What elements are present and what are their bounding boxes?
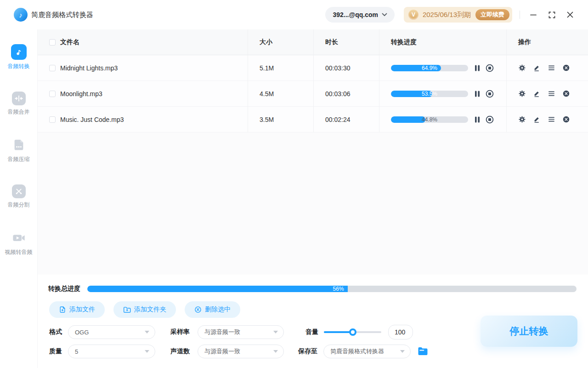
file-size: 5.1M [248,55,314,81]
details-icon[interactable] [548,64,555,72]
sample-rate-select[interactable]: 与源音频一致 [198,325,284,339]
account-email: 392...@qq.com [333,11,378,18]
sidebar-item-audio-split[interactable]: 音频分割 [8,184,30,209]
col-header-name: 文件名 [60,38,79,46]
divider [520,11,520,19]
renew-button[interactable]: 立即续费 [475,9,509,20]
chevron-down-icon [382,13,387,17]
stop-conversion-button[interactable]: 停止转换 [481,316,577,347]
total-progress-row: 转换总进度 56% [48,285,577,293]
remove-icon[interactable] [562,64,570,72]
quality-select[interactable]: 5 [68,345,155,358]
file-size: 4.5M [248,81,314,107]
audio-split-icon [12,184,26,198]
app-logo-icon: ♪ [14,8,28,22]
col-header-actions: 操作 [507,29,588,55]
file-plus-icon [59,306,66,313]
total-progress-bar: 56% [87,286,577,292]
stop-row-button[interactable] [486,115,494,124]
progress-value: 53.5% [391,91,468,97]
total-progress-label: 转换总进度 [48,285,80,293]
edit-icon[interactable] [533,64,541,72]
channels-select[interactable]: 与源音频一致 [198,345,284,358]
select-all-checkbox[interactable] [49,39,56,46]
file-list-area: 文件名 大小 时长 转换进度 操作 Midnight Lights.mp3 5.… [38,29,588,275]
account-menu[interactable]: 392...@qq.com [325,7,394,23]
edit-icon[interactable] [533,115,541,123]
title-bar: ♪ 简鹿音频格式转换器 392...@qq.com V 2025/06/13到期… [0,0,588,29]
vip-expiry: 2025/06/13到期 [423,11,471,19]
stop-row-button[interactable] [486,90,494,98]
details-icon[interactable] [548,115,555,123]
file-name: Midnight Lights.mp3 [60,64,118,72]
volume-slider[interactable] [324,328,381,336]
file-name: Moonlight.mp3 [60,90,102,98]
table-row: Music. Just Code.mp3 3.5M 00:02:24 44.8% [38,107,588,132]
x-circle-icon [194,306,202,313]
dropdown-arrow-icon [145,350,149,353]
sidebar-item-label: 音频压缩 [8,155,30,163]
row-checkbox[interactable] [49,116,56,123]
pause-button[interactable] [475,116,480,123]
row-checkbox[interactable] [49,65,56,71]
minimize-button[interactable] [526,8,540,22]
actions-cell [507,107,588,132]
stop-row-button[interactable] [486,64,494,72]
table-row: Moonlight.mp3 4.5M 00:03:06 53.5% [38,81,588,107]
col-header-size: 大小 [248,29,314,55]
audio-compress-icon [11,137,27,153]
app-title: 简鹿音频格式转换器 [31,11,93,19]
pause-button[interactable] [475,91,480,97]
audio-convert-icon [11,44,27,60]
audio-merge-icon [12,92,26,105]
sidebar-item-label: 音频转换 [8,63,30,70]
sidebar-item-video-to-audio[interactable]: 视频转音频 [5,230,33,256]
progress-bar: 64.9% [391,65,468,71]
channels-label: 声道数 [170,347,190,356]
file-duration: 00:03:06 [314,81,379,107]
details-icon[interactable] [548,90,555,98]
open-folder-button[interactable] [418,347,428,356]
settings-icon[interactable] [518,90,526,98]
quality-label: 质量 [49,347,62,356]
sidebar-item-label: 音频分割 [8,201,30,209]
row-checkbox[interactable] [49,91,56,97]
add-file-button[interactable]: 添加文件 [49,301,105,318]
col-header-duration: 时长 [314,29,379,55]
file-size: 3.5M [248,107,314,132]
dropdown-arrow-icon [273,350,278,353]
add-folder-button[interactable]: 添加文件夹 [113,301,176,318]
actions-cell [507,81,588,107]
progress-cell: 53.5% [379,81,507,107]
settings-icon[interactable] [518,115,526,123]
settings-icon[interactable] [518,64,526,72]
save-to-select[interactable]: 简鹿音频格式转换器 [323,345,411,358]
sidebar-item-audio-convert[interactable]: 音频转换 [8,44,30,70]
remove-icon[interactable] [562,115,570,123]
total-progress-value: 56% [87,286,348,292]
maximize-button[interactable] [545,8,559,22]
volume-input[interactable] [388,325,413,339]
slider-thumb[interactable] [349,328,356,336]
sidebar: 音频转换 音频合并 音频压缩 [0,29,38,368]
dropdown-arrow-icon [400,350,405,353]
sidebar-item-audio-compress[interactable]: 音频压缩 [8,137,30,163]
dropdown-arrow-icon [145,331,149,334]
format-label: 格式 [49,328,62,336]
delete-selected-button[interactable]: 删除选中 [185,301,240,318]
pause-button[interactable] [475,65,480,71]
sidebar-item-audio-merge[interactable]: 音频合并 [8,92,30,116]
edit-icon[interactable] [533,90,541,98]
remove-icon[interactable] [562,90,570,98]
close-button[interactable] [563,8,577,22]
progress-bar: 53.5% [391,91,468,97]
file-table: 文件名 大小 时长 转换进度 操作 Midnight Lights.mp3 5.… [38,29,588,132]
progress-value: 64.9% [391,65,468,71]
sidebar-item-label: 音频合并 [8,108,30,116]
vip-status: V 2025/06/13到期 立即续费 [404,7,512,23]
progress-bar: 44.8% [391,116,468,123]
table-header-row: 文件名 大小 时长 转换进度 操作 [38,29,588,55]
folder-icon [418,347,428,356]
format-select[interactable]: OGG [68,325,155,339]
actions-cell [507,55,588,81]
